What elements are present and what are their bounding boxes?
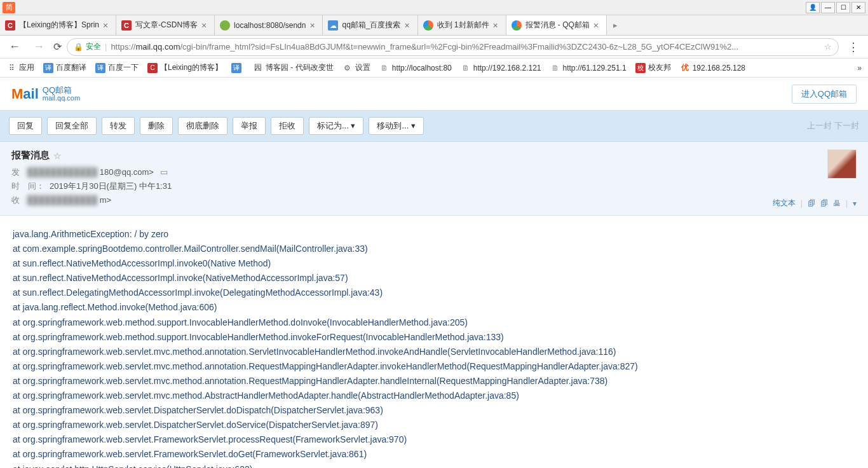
tab-close-icon[interactable]: × [103, 22, 111, 29]
titlebar-indicator: 简 [3, 2, 15, 13]
user-icon[interactable]: 👤 [806, 2, 820, 13]
browser-tab[interactable]: C【Leixing的博客】Sprin× [0, 15, 116, 35]
mail-logo: Mail QQ邮箱 mail.qq.com [11, 86, 80, 102]
bookmark-favicon-icon: 🗎 [461, 63, 471, 73]
browser-tab[interactable]: 报警消息 - QQ邮箱× [506, 15, 607, 35]
browser-tab[interactable]: localhost:8080/sendn× [215, 15, 323, 35]
tab-title: 【Leixing的博客】Sprin [19, 20, 99, 31]
tab-title: localhost:8080/sendn [234, 21, 306, 30]
mail-action-button[interactable]: 回复全部 [47, 117, 97, 135]
time-value: 2019年1月30日(星期三) 中午1:31 [50, 181, 172, 191]
tab-close-icon[interactable]: × [201, 22, 209, 29]
tool-icon-2[interactable]: 🗐 [820, 199, 828, 208]
url-text: https://mail.qq.com/cgi-bin/frame_html?s… [111, 42, 820, 52]
bookmark-label: 百度翻译 [56, 62, 86, 73]
secure-indicator: 🔒 安全 [74, 41, 101, 52]
tab-close-icon[interactable]: × [593, 22, 601, 29]
bookmark-item[interactable]: 译百度翻译 [43, 62, 86, 73]
minimize-button[interactable]: — [821, 2, 835, 13]
mail-action-button[interactable]: 回复 [9, 117, 42, 135]
bookmark-item[interactable]: C【Leixing的博客】 [147, 62, 222, 73]
bookmarks-overflow-icon[interactable]: » [857, 64, 862, 72]
bookmark-star-icon[interactable]: ☆ [824, 42, 832, 52]
bookmark-favicon-icon: 🗎 [379, 63, 390, 73]
prev-next-nav[interactable]: 上一封 下一封 [807, 120, 859, 132]
bookmark-item[interactable]: 🗎http://61.129.251.1 [550, 63, 627, 73]
bookmark-item[interactable]: 译百度一下 [95, 62, 139, 73]
star-icon[interactable]: ☆ [53, 151, 62, 161]
browser-menu-icon[interactable]: ⋮ [844, 40, 863, 54]
bookmark-label: 设置 [355, 62, 370, 73]
browser-tab[interactable]: C写文章-CSDN博客× [116, 15, 215, 35]
maximize-button[interactable]: ☐ [836, 2, 850, 13]
tab-favicon-icon: ☁ [328, 20, 338, 31]
tab-close-icon[interactable]: × [493, 22, 501, 29]
bookmark-item[interactable]: 🗎http://localhost:80 [379, 63, 452, 73]
secure-label: 安全 [86, 41, 101, 52]
bookmark-favicon-icon: 🗎 [550, 63, 560, 73]
bookmark-label: http://localhost:80 [392, 64, 452, 72]
logo-subtitle: QQ邮箱 [43, 86, 80, 94]
mail-action-button[interactable]: 彻底删除 [178, 117, 227, 135]
bookmark-item[interactable]: ⚙设置 [342, 62, 370, 73]
tab-favicon-icon [220, 20, 230, 31]
contact-card-icon[interactable]: ▭ [160, 167, 168, 177]
time-label: 时 间： [11, 181, 44, 191]
enter-mailbox-button[interactable]: 进入QQ邮箱 [792, 85, 857, 104]
mail-action-button[interactable]: 拒收 [271, 117, 304, 135]
address-row: ← → ⟳ 🔒 安全 | https://mail.qq.com/cgi-bin… [0, 36, 868, 59]
stacktrace-line: at org.springframework.web.servlet.mvc.m… [13, 359, 855, 374]
apps-icon: ⠿ [6, 63, 17, 73]
browser-tab[interactable]: 收到 1封新邮件× [418, 15, 506, 35]
tab-close-icon[interactable]: × [309, 22, 317, 29]
tab-title: 写文章-CSDN博客 [135, 20, 198, 31]
new-tab-button[interactable]: ▸ [607, 15, 625, 35]
logo-domain: mail.qq.com [43, 94, 80, 102]
mail-time-row: 时 间：2019年1月30日(星期三) 中午1:31 [11, 181, 857, 192]
bookmark-label: http://61.129.251.1 [563, 64, 627, 72]
close-window-button[interactable]: ✕ [851, 2, 865, 13]
mail-action-button[interactable]: 举报 [233, 117, 266, 135]
mail-action-bar: 回复回复全部转发删除彻底删除举报拒收标记为... ▾移动到... ▾ 上一封 下… [0, 111, 868, 142]
tab-title: 报警消息 - QQ邮箱 [526, 20, 590, 31]
forward-button[interactable]: → [29, 40, 48, 53]
address-bar[interactable]: 🔒 安全 | https://mail.qq.com/cgi-bin/frame… [67, 38, 839, 56]
to-blurred: ████████████ [27, 195, 98, 205]
tool-icon-1[interactable]: 🗐 [808, 199, 815, 208]
plain-text-link[interactable]: 纯文本 [773, 198, 796, 209]
mail-action-button[interactable]: 删除 [140, 117, 173, 135]
mail-action-button[interactable]: 移动到... ▾ [369, 117, 423, 135]
lock-icon: 🔒 [74, 43, 83, 52]
logo-text: Mail [11, 86, 39, 102]
from-value: 180@qq.com> [100, 167, 154, 177]
bookmark-label: 【Leixing的博客】 [160, 62, 222, 73]
tab-favicon-icon: C [5, 20, 15, 31]
bookmark-item[interactable]: 优192.168.25.128 [680, 63, 745, 73]
bookmark-label: 校友邦 [648, 62, 671, 73]
back-button[interactable]: ← [5, 40, 24, 53]
stacktrace-line: at sun.reflect.NativeMethodAccessorImpl.… [13, 256, 855, 271]
stacktrace-line: at sun.reflect.NativeMethodAccessorImpl.… [13, 271, 855, 286]
stacktrace-line: at org.springframework.web.method.suppor… [13, 330, 855, 345]
sender-avatar[interactable] [827, 149, 857, 179]
reload-button[interactable]: ⟳ [53, 41, 62, 53]
stacktrace-line: at org.springframework.web.method.suppor… [13, 315, 855, 330]
apps-button[interactable]: ⠿ 应用 [6, 62, 34, 73]
browser-tab[interactable]: ☁qq邮箱_百度搜索× [323, 15, 417, 35]
chevron-down-icon[interactable]: ▾ [853, 199, 857, 208]
bookmark-item[interactable]: 校校友邦 [635, 62, 671, 73]
bookmark-item[interactable]: 园博客园 - 代码改变世 [253, 62, 334, 73]
to-label: 收 [11, 195, 20, 205]
bookmark-label: 192.168.25.128 [693, 64, 745, 72]
tab-close-icon[interactable]: × [405, 22, 412, 29]
tab-favicon-icon [423, 20, 433, 31]
print-icon[interactable]: 🖶 [833, 199, 841, 208]
mail-action-button[interactable]: 转发 [102, 117, 135, 135]
to-value: m> [100, 195, 111, 205]
mail-action-button[interactable]: 标记为... ▾ [309, 117, 363, 135]
stacktrace-line: at java.lang.reflect.Method.invoke(Metho… [13, 300, 855, 315]
bookmark-item[interactable]: 译 [231, 63, 244, 73]
bookmark-item[interactable]: 🗎http://192.168.2.121 [461, 63, 541, 73]
action-buttons: 回复回复全部转发删除彻底删除举报拒收标记为... ▾移动到... ▾ [9, 117, 424, 135]
stacktrace-line: at org.springframework.web.servlet.mvc.m… [13, 345, 855, 359]
